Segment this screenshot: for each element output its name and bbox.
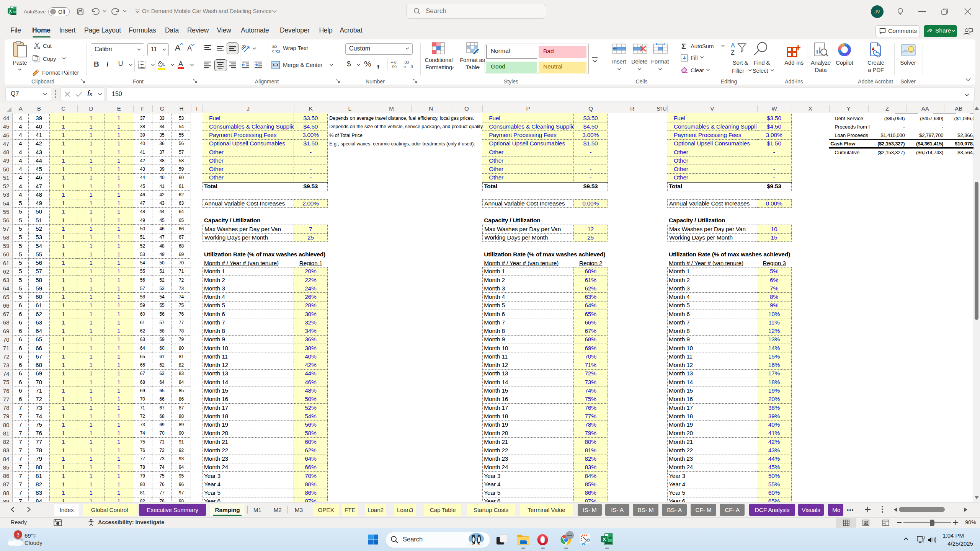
svg-text:Z: Z (731, 49, 735, 56)
svg-text:A: A (731, 42, 735, 49)
svg-text:ab: ab (272, 44, 277, 49)
svg-text:.00: .00 (403, 60, 409, 65)
svg-text:0: 0 (394, 60, 397, 65)
svg-text:c: c (272, 49, 274, 53)
svg-text:.0: .0 (410, 65, 413, 69)
svg-text:X: X (9, 9, 12, 13)
svg-text:X: X (603, 536, 606, 542)
svg-text:.00: .00 (391, 65, 397, 69)
